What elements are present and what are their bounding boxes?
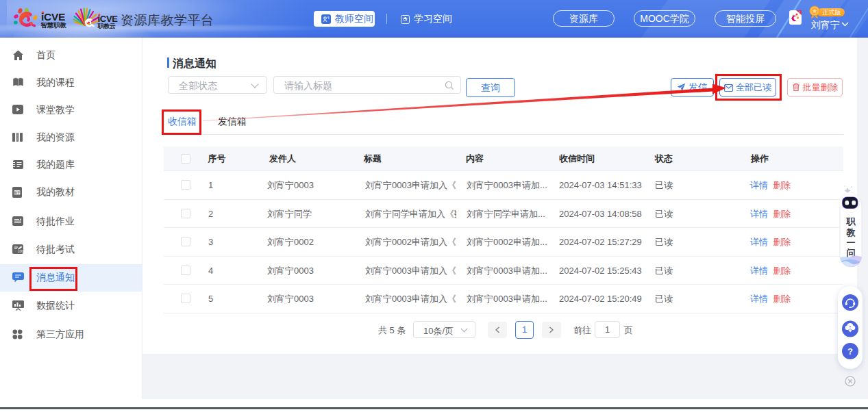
svg-text:职: 职 xyxy=(846,216,856,227)
svg-text:100: 100 xyxy=(18,249,23,253)
svg-text:数字: 数字 xyxy=(14,191,21,194)
svg-text:教: 教 xyxy=(846,227,856,237)
svg-text:?: ? xyxy=(847,346,853,357)
svg-text:职教云: 职教云 xyxy=(97,23,116,29)
svg-text:智慧职教: 智慧职教 xyxy=(40,22,67,29)
svg-text:iCVE: iCVE xyxy=(41,11,65,23)
svg-text:一: 一 xyxy=(847,237,856,248)
